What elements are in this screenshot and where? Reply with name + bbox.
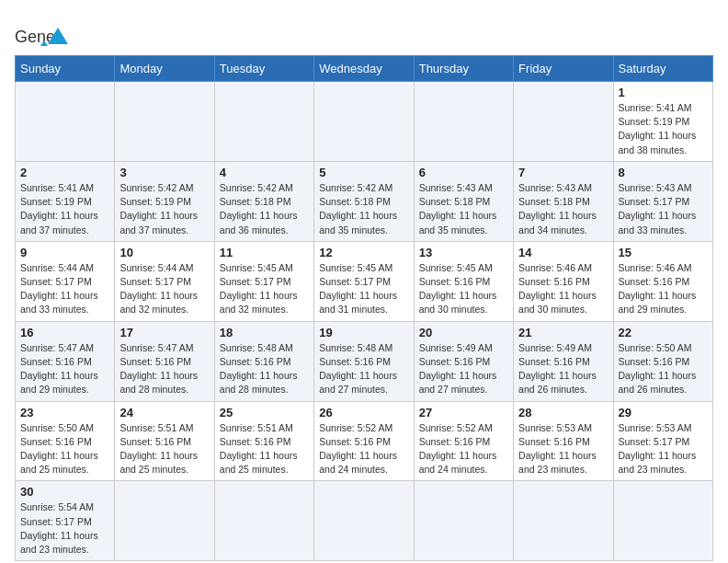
calendar-cell <box>214 481 313 561</box>
calendar-cell: 7Sunrise: 5:43 AMSunset: 5:18 PMDaylight… <box>514 161 613 241</box>
calendar-cell <box>514 82 613 162</box>
day-number: 29 <box>619 406 708 419</box>
calendar-cell: 30Sunrise: 5:54 AMSunset: 5:17 PMDayligh… <box>16 481 115 561</box>
calendar-week-row: 1Sunrise: 5:41 AMSunset: 5:19 PMDaylight… <box>16 82 713 162</box>
day-info: Sunrise: 5:44 AMSunset: 5:17 PMDaylight:… <box>119 261 209 317</box>
day-number: 12 <box>319 246 408 259</box>
day-info: Sunrise: 5:50 AMSunset: 5:16 PMDaylight:… <box>619 341 708 397</box>
day-info: Sunrise: 5:45 AMSunset: 5:17 PMDaylight:… <box>220 261 309 317</box>
day-info: Sunrise: 5:42 AMSunset: 5:18 PMDaylight:… <box>220 181 309 237</box>
calendar-cell <box>414 481 513 561</box>
day-info: Sunrise: 5:45 AMSunset: 5:17 PMDaylight:… <box>319 261 408 317</box>
calendar-cell: 21Sunrise: 5:49 AMSunset: 5:16 PMDayligh… <box>514 321 613 401</box>
day-number: 1 <box>619 86 708 99</box>
calendar-cell <box>414 82 513 162</box>
calendar-cell <box>115 82 214 162</box>
day-header-monday: Monday <box>115 56 214 82</box>
calendar-cell: 28Sunrise: 5:53 AMSunset: 5:16 PMDayligh… <box>514 401 613 481</box>
calendar-cell: 18Sunrise: 5:48 AMSunset: 5:16 PMDayligh… <box>214 321 313 401</box>
day-number: 20 <box>419 326 508 339</box>
calendar-cell: 20Sunrise: 5:49 AMSunset: 5:16 PMDayligh… <box>414 321 513 401</box>
calendar-cell <box>314 481 414 561</box>
calendar-cell: 8Sunrise: 5:43 AMSunset: 5:17 PMDaylight… <box>613 161 712 241</box>
calendar-cell <box>214 82 313 162</box>
day-number: 18 <box>220 326 309 339</box>
day-number: 6 <box>419 166 508 179</box>
day-number: 23 <box>20 406 109 419</box>
calendar-week-row: 30Sunrise: 5:54 AMSunset: 5:17 PMDayligh… <box>16 481 713 561</box>
day-info: Sunrise: 5:46 AMSunset: 5:16 PMDaylight:… <box>518 261 608 317</box>
day-number: 11 <box>220 246 309 259</box>
calendar-cell: 3Sunrise: 5:42 AMSunset: 5:19 PMDaylight… <box>115 161 214 241</box>
day-info: Sunrise: 5:44 AMSunset: 5:17 PMDaylight:… <box>20 261 109 317</box>
calendar-cell: 10Sunrise: 5:44 AMSunset: 5:17 PMDayligh… <box>115 241 214 321</box>
day-info: Sunrise: 5:46 AMSunset: 5:16 PMDaylight:… <box>619 261 708 317</box>
day-info: Sunrise: 5:52 AMSunset: 5:16 PMDaylight:… <box>319 421 408 477</box>
day-info: Sunrise: 5:42 AMSunset: 5:18 PMDaylight:… <box>319 181 408 237</box>
day-info: Sunrise: 5:47 AMSunset: 5:16 PMDaylight:… <box>20 341 109 397</box>
day-info: Sunrise: 5:48 AMSunset: 5:16 PMDaylight:… <box>220 341 309 397</box>
day-number: 16 <box>20 326 109 339</box>
day-header-wednesday: Wednesday <box>314 56 414 82</box>
calendar-cell <box>514 481 613 561</box>
calendar-cell <box>115 481 214 561</box>
calendar-cell: 5Sunrise: 5:42 AMSunset: 5:18 PMDaylight… <box>314 161 414 241</box>
calendar-cell: 2Sunrise: 5:41 AMSunset: 5:19 PMDaylight… <box>16 161 115 241</box>
day-header-thursday: Thursday <box>414 56 513 82</box>
calendar-cell: 1Sunrise: 5:41 AMSunset: 5:19 PMDaylight… <box>613 82 712 162</box>
day-info: Sunrise: 5:49 AMSunset: 5:16 PMDaylight:… <box>419 341 508 397</box>
day-header-friday: Friday <box>514 56 613 82</box>
svg-marker-2 <box>48 28 68 44</box>
calendar-week-row: 23Sunrise: 5:50 AMSunset: 5:16 PMDayligh… <box>16 401 713 481</box>
calendar-cell: 27Sunrise: 5:52 AMSunset: 5:16 PMDayligh… <box>414 401 513 481</box>
day-number: 15 <box>619 246 708 259</box>
calendar-cell: 22Sunrise: 5:50 AMSunset: 5:16 PMDayligh… <box>613 321 712 401</box>
day-info: Sunrise: 5:54 AMSunset: 5:17 PMDaylight:… <box>20 500 109 557</box>
calendar-header-row: SundayMondayTuesdayWednesdayThursdayFrid… <box>16 56 713 82</box>
calendar-cell <box>314 82 414 162</box>
day-number: 24 <box>119 406 209 419</box>
page-header: General <box>15 15 713 46</box>
day-number: 21 <box>518 326 608 339</box>
day-info: Sunrise: 5:45 AMSunset: 5:16 PMDaylight:… <box>419 261 508 317</box>
day-number: 19 <box>319 326 408 339</box>
day-info: Sunrise: 5:43 AMSunset: 5:17 PMDaylight:… <box>619 181 708 237</box>
day-number: 3 <box>119 166 209 179</box>
day-number: 10 <box>119 246 209 259</box>
day-number: 14 <box>518 246 608 259</box>
calendar-cell: 6Sunrise: 5:43 AMSunset: 5:18 PMDaylight… <box>414 161 513 241</box>
calendar-cell <box>16 82 115 162</box>
day-header-sunday: Sunday <box>16 56 115 82</box>
calendar-cell: 14Sunrise: 5:46 AMSunset: 5:16 PMDayligh… <box>514 241 613 321</box>
day-header-tuesday: Tuesday <box>214 56 313 82</box>
day-number: 30 <box>20 485 109 499</box>
day-info: Sunrise: 5:41 AMSunset: 5:19 PMDaylight:… <box>20 181 109 237</box>
calendar-cell: 29Sunrise: 5:53 AMSunset: 5:17 PMDayligh… <box>613 401 712 481</box>
calendar-cell: 26Sunrise: 5:52 AMSunset: 5:16 PMDayligh… <box>314 401 414 481</box>
day-header-saturday: Saturday <box>613 56 712 82</box>
calendar-cell: 19Sunrise: 5:48 AMSunset: 5:16 PMDayligh… <box>314 321 414 401</box>
day-number: 28 <box>518 406 608 419</box>
day-number: 27 <box>419 406 508 419</box>
calendar-cell: 16Sunrise: 5:47 AMSunset: 5:16 PMDayligh… <box>16 321 115 401</box>
day-number: 8 <box>619 166 708 179</box>
day-info: Sunrise: 5:53 AMSunset: 5:17 PMDaylight:… <box>619 421 708 477</box>
day-number: 2 <box>20 166 109 179</box>
day-number: 26 <box>319 406 408 419</box>
day-info: Sunrise: 5:50 AMSunset: 5:16 PMDaylight:… <box>20 421 109 477</box>
day-info: Sunrise: 5:52 AMSunset: 5:16 PMDaylight:… <box>419 421 508 477</box>
calendar-cell: 11Sunrise: 5:45 AMSunset: 5:17 PMDayligh… <box>214 241 313 321</box>
calendar-week-row: 9Sunrise: 5:44 AMSunset: 5:17 PMDaylight… <box>16 241 713 321</box>
day-number: 25 <box>220 406 309 419</box>
calendar-table: SundayMondayTuesdayWednesdayThursdayFrid… <box>15 55 713 561</box>
calendar-cell: 17Sunrise: 5:47 AMSunset: 5:16 PMDayligh… <box>115 321 214 401</box>
day-info: Sunrise: 5:43 AMSunset: 5:18 PMDaylight:… <box>419 181 508 237</box>
logo-triangle-icon <box>48 26 103 46</box>
day-number: 17 <box>119 326 209 339</box>
day-number: 7 <box>518 166 608 179</box>
day-info: Sunrise: 5:51 AMSunset: 5:16 PMDaylight:… <box>220 421 309 477</box>
logo: General <box>15 15 103 46</box>
calendar-week-row: 16Sunrise: 5:47 AMSunset: 5:16 PMDayligh… <box>16 321 713 401</box>
calendar-week-row: 2Sunrise: 5:41 AMSunset: 5:19 PMDaylight… <box>16 161 713 241</box>
day-number: 22 <box>619 326 708 339</box>
